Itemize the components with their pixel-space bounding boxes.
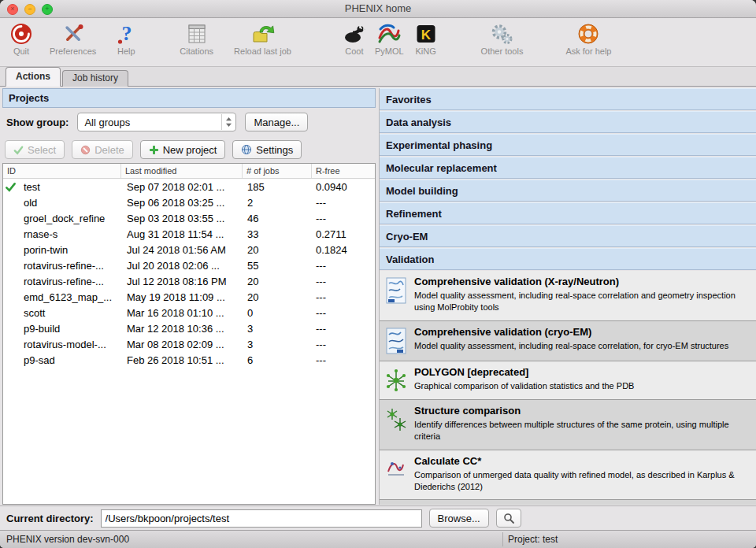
toolbar-item-label: Citations bbox=[180, 46, 213, 56]
validation-item[interactable]: Structure comparison Identify difference… bbox=[380, 400, 756, 450]
pymol-button[interactable]: PyMOL bbox=[372, 20, 406, 57]
citations-button[interactable]: Citations bbox=[177, 20, 216, 57]
validation-item-title: POLYGON [deprecated] bbox=[414, 366, 748, 378]
pymol-icon bbox=[376, 21, 402, 46]
ask-for-help-button[interactable]: Ask for help bbox=[563, 20, 613, 57]
category-cryo-em[interactable]: Cryo-EM bbox=[380, 225, 756, 247]
toolbar: Quit Preferences ? Help Citations Reload… bbox=[0, 18, 756, 67]
quit-button[interactable]: Quit bbox=[6, 20, 36, 57]
validation-item-desc: Comparison of unmerged data quality with… bbox=[414, 469, 748, 494]
table-row[interactable]: p9-build Mar 12 2018 10:36 ... 3 --- bbox=[3, 320, 375, 336]
table-row[interactable]: rnase-s Aug 31 2018 11:54 ... 33 0.2711 bbox=[3, 226, 375, 242]
reload-last-job-icon bbox=[250, 21, 276, 46]
lifering-icon bbox=[576, 21, 601, 46]
table-row[interactable]: emd_6123_map_... May 19 2018 11:09 ... 2… bbox=[3, 289, 375, 305]
table-row[interactable]: groel_dock_refine Sep 03 2018 03:55 ... … bbox=[3, 210, 375, 226]
validation-item-title: Comprehensive validation (cryo-EM) bbox=[414, 326, 748, 338]
toolbar-item-label: PyMOL bbox=[375, 46, 404, 56]
tab-actions[interactable]: Actions bbox=[6, 67, 61, 87]
other-tools-button[interactable]: Other tools bbox=[479, 20, 526, 57]
table-row[interactable]: test Sep 07 2018 02:01 ... 185 0.0940 bbox=[3, 179, 375, 194]
validation-items-list: Comprehensive validation (X-ray/Neutron)… bbox=[380, 271, 756, 505]
browse-button[interactable]: Browse... bbox=[429, 509, 489, 528]
projects-panel: Projects Show group: All groups Manage..… bbox=[2, 88, 376, 505]
current-directory-input[interactable] bbox=[101, 509, 422, 528]
check-icon bbox=[13, 145, 24, 155]
toolbar-item-label: Other tools bbox=[481, 46, 524, 56]
toolbar-item-label: Reload last job bbox=[234, 46, 291, 56]
validation-item-title: Comprehensive validation (X-ray/Neutron) bbox=[414, 276, 748, 287]
titlebar: × − + PHENIX home bbox=[0, 0, 756, 18]
table-row[interactable]: rotavirus-refine-... Jul 20 2018 02:06 .… bbox=[3, 257, 375, 273]
status-divider bbox=[502, 532, 503, 546]
king-button[interactable]: K KiNG bbox=[411, 20, 441, 57]
gears-icon bbox=[489, 21, 514, 46]
coot-button[interactable]: Coot bbox=[339, 20, 369, 57]
polygon-icon bbox=[384, 366, 408, 393]
coot-icon bbox=[342, 21, 367, 46]
active-project-check-icon bbox=[3, 182, 20, 192]
category-favorites[interactable]: Favorites bbox=[380, 88, 756, 110]
current-directory-label: Current directory: bbox=[6, 513, 94, 524]
validation-item[interactable]: EMRinger bbox=[380, 500, 756, 505]
table-row[interactable]: p9-sad Feb 26 2018 10:51 ... 6 --- bbox=[3, 352, 375, 368]
calculate-cc-icon bbox=[384, 455, 408, 494]
show-group-label: Show group: bbox=[6, 117, 69, 128]
delete-button[interactable]: Delete bbox=[72, 140, 133, 159]
validation-item-title: Calculate CC* bbox=[414, 455, 748, 467]
column-header-rfree[interactable]: R-free bbox=[312, 164, 375, 178]
status-bar: PHENIX version dev-svn-000 Project: test bbox=[0, 530, 756, 548]
main-content: Projects Show group: All groups Manage..… bbox=[0, 87, 756, 505]
category-molecular-replacement[interactable]: Molecular replacement bbox=[380, 157, 756, 179]
category-data-analysis[interactable]: Data analysis bbox=[380, 111, 756, 133]
validation-item-desc: Model quality assessment, including real… bbox=[414, 340, 748, 352]
category-validation[interactable]: Validation bbox=[380, 248, 756, 270]
help-icon: ? bbox=[113, 21, 139, 46]
toolbar-item-label: Help bbox=[117, 46, 135, 56]
delete-icon bbox=[80, 145, 91, 155]
validation-item[interactable]: POLYGON [deprecated] Graphical compariso… bbox=[380, 361, 756, 400]
validation-item-desc: Identify differences between multiple st… bbox=[414, 419, 748, 443]
phenix-home-window: × − + PHENIX home Quit Preferences ? Hel… bbox=[0, 0, 756, 548]
table-row[interactable]: rotavirus-model-... Mar 08 2018 02:09 ..… bbox=[3, 336, 375, 352]
category-refinement[interactable]: Refinement bbox=[380, 202, 756, 224]
cryoem-validation-icon bbox=[384, 326, 408, 354]
quit-icon bbox=[9, 21, 34, 46]
select-button[interactable]: Select bbox=[5, 140, 65, 159]
column-header-last-modified[interactable]: Last modified bbox=[121, 164, 243, 178]
projects-header: Projects bbox=[2, 88, 376, 108]
tab-job-history[interactable]: Job history bbox=[62, 70, 128, 87]
king-icon: K bbox=[413, 21, 439, 46]
tab-bar: Actions Job history bbox=[0, 67, 756, 87]
settings-button[interactable]: Settings bbox=[232, 140, 302, 159]
validation-item[interactable]: Comprehensive validation (X-ray/Neutron)… bbox=[380, 271, 756, 321]
globe-icon bbox=[241, 144, 252, 155]
toolbar-item-label: Quit bbox=[13, 46, 29, 56]
project-buttons-row: Select Delete New project Settings bbox=[2, 136, 376, 163]
validation-item-desc: Graphical comparison of validation stati… bbox=[414, 380, 748, 392]
search-button[interactable] bbox=[496, 509, 521, 528]
validation-item[interactable]: Comprehensive validation (cryo-EM) Model… bbox=[380, 321, 756, 361]
column-header-id[interactable]: ID bbox=[3, 164, 121, 178]
table-row[interactable]: porin-twin Jul 24 2018 01:56 AM 20 0.182… bbox=[3, 242, 375, 257]
category-model-building[interactable]: Model building bbox=[380, 180, 756, 202]
validation-item[interactable]: Calculate CC* Comparison of unmerged dat… bbox=[380, 450, 756, 501]
version-text: PHENIX version dev-svn-000 bbox=[6, 534, 129, 545]
plus-icon bbox=[149, 145, 159, 155]
manage-button[interactable]: Manage... bbox=[245, 113, 308, 131]
toolbar-item-label: Ask for help bbox=[565, 46, 611, 56]
preferences-button[interactable]: Preferences bbox=[47, 20, 98, 57]
current-directory-bar: Current directory: Browse... bbox=[0, 505, 756, 530]
structure-comparison-icon bbox=[384, 405, 408, 443]
show-group-row: Show group: All groups Manage... bbox=[2, 108, 376, 136]
toolbar-item-label: Preferences bbox=[50, 46, 96, 56]
column-header-jobs[interactable]: # of jobs bbox=[243, 164, 312, 178]
group-dropdown[interactable]: All groups bbox=[77, 113, 236, 131]
help-button[interactable]: ? Help bbox=[111, 20, 141, 57]
table-row[interactable]: old Sep 06 2018 03:25 ... 2 --- bbox=[3, 194, 375, 210]
category-experimental-phasing[interactable]: Experimental phasing bbox=[380, 134, 756, 156]
reload-last-job-button[interactable]: Reload last job bbox=[232, 20, 294, 57]
table-row[interactable]: rotavirus-refine-... Jul 12 2018 08:16 P… bbox=[3, 273, 375, 289]
new-project-button[interactable]: New project bbox=[140, 140, 226, 159]
table-row[interactable]: scott Mar 16 2018 01:10 ... 0 --- bbox=[3, 305, 375, 320]
